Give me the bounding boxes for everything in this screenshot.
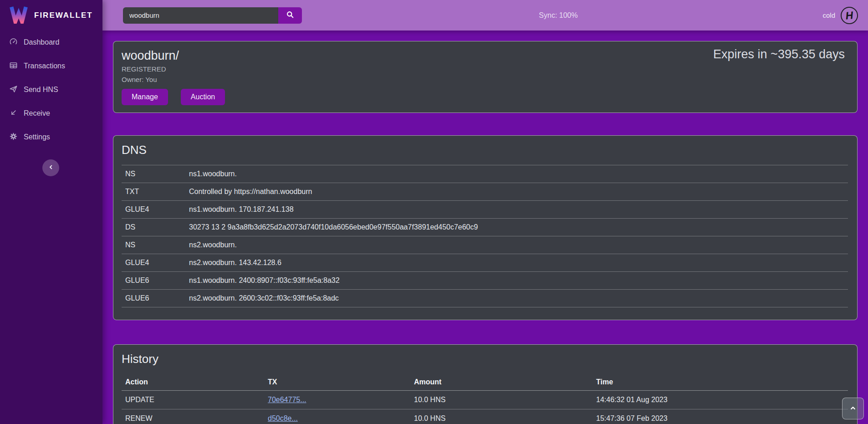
- dns-record-row: NS ns2.woodburn.: [122, 236, 848, 254]
- app-window: FIREWALLET Dashboard: [0, 0, 868, 424]
- history-time: 15:47:36 07 Feb 2023: [592, 409, 848, 424]
- history-amount: 10.0 HNS: [410, 409, 592, 424]
- tx-link[interactable]: 70e64775...: [268, 396, 306, 404]
- sidebar: FIREWALLET Dashboard: [0, 0, 102, 424]
- history-action: UPDATE: [122, 391, 264, 409]
- domain-expiry: Expires in ~395.35 days: [713, 47, 845, 61]
- history-header-amount: Amount: [410, 374, 592, 391]
- handshake-logo-icon: H: [840, 6, 859, 25]
- dns-record-row: GLUE6 ns2.woodburn. 2600:3c02::f03c:93ff…: [122, 290, 848, 307]
- dns-record-value: ns2.woodburn. 143.42.128.6: [185, 254, 848, 272]
- domain-status: REGISTERED: [122, 64, 845, 74]
- history-table: Action TX Amount Time UPDATE 70e64775...…: [122, 374, 848, 424]
- transactions-table-icon: [9, 61, 18, 72]
- chevron-up-icon: [849, 404, 857, 414]
- send-plane-icon: [9, 85, 18, 95]
- sidebar-item-send-hns[interactable]: Send HNS: [0, 84, 102, 95]
- dns-record-row: GLUE4 ns2.woodburn. 143.42.128.6: [122, 254, 848, 272]
- search-button[interactable]: [278, 7, 302, 24]
- dns-record-value: ns1.woodburn. 2400:8907::f03c:93ff:fe5a:…: [185, 272, 848, 290]
- search-input[interactable]: [123, 7, 278, 24]
- sync-status: Sync: 100%: [539, 11, 577, 20]
- domain-owner: Owner: You: [122, 74, 845, 85]
- dns-record-type: NS: [122, 236, 185, 254]
- sidebar-item-settings[interactable]: Settings: [0, 132, 102, 143]
- firewallet-logo-icon: [9, 5, 28, 26]
- dns-record-row: NS ns1.woodburn.: [122, 165, 848, 183]
- dns-record-row: TXT Controlled by https://nathan.woodbur…: [122, 183, 848, 201]
- history-header-time: Time: [592, 374, 848, 391]
- dns-record-value: ns2.woodburn.: [185, 236, 848, 254]
- history-card: History Action TX Amount Time UPDATE: [113, 344, 858, 424]
- main-content: woodburn/ REGISTERED Owner: You Manage A…: [102, 31, 868, 424]
- sidebar-item-receive[interactable]: Receive: [0, 108, 102, 119]
- dns-card: DNS NS ns1.woodburn. TXT Controlled by h…: [113, 135, 858, 320]
- search-group: [123, 7, 302, 24]
- scroll-to-top-button[interactable]: [842, 398, 864, 419]
- sidebar-item-label: Dashboard: [24, 38, 59, 46]
- history-time: 14:46:32 01 Aug 2023: [592, 391, 848, 409]
- sidebar-item-transactions[interactable]: Transactions: [0, 61, 102, 72]
- history-card-title: History: [122, 352, 848, 366]
- sidebar-item-label: Send HNS: [24, 86, 58, 94]
- settings-gear-icon: [9, 132, 18, 143]
- dns-record-value: Controlled by https://nathan.woodburn: [185, 183, 848, 201]
- dns-record-type: GLUE4: [122, 201, 185, 219]
- history-header-tx: TX: [264, 374, 410, 391]
- brand: FIREWALLET: [0, 0, 102, 31]
- sidebar-item-label: Transactions: [24, 62, 65, 70]
- dns-records-table: NS ns1.woodburn. TXT Controlled by https…: [122, 165, 848, 307]
- sidebar-nav: Dashboard Transactions S: [0, 31, 102, 143]
- dns-record-row: GLUE6 ns1.woodburn. 2400:8907::f03c:93ff…: [122, 272, 848, 290]
- sidebar-item-label: Receive: [24, 109, 50, 117]
- sidebar-item-dashboard[interactable]: Dashboard: [0, 37, 102, 48]
- manage-button[interactable]: Manage: [122, 89, 168, 105]
- dns-record-type: GLUE6: [122, 272, 185, 290]
- history-row: UPDATE 70e64775... 10.0 HNS 14:46:32 01 …: [122, 391, 848, 409]
- topbar: Sync: 100% cold H: [102, 0, 868, 31]
- search-icon: [286, 10, 295, 20]
- dns-card-title: DNS: [122, 143, 848, 157]
- brand-name: FIREWALLET: [34, 11, 93, 20]
- history-header-row: Action TX Amount Time: [122, 374, 848, 391]
- domain-actions: Manage Auction: [122, 89, 845, 105]
- auction-button[interactable]: Auction: [181, 89, 225, 105]
- dns-record-value: ns2.woodburn. 2600:3c02::f03c:93ff:fe5a:…: [185, 290, 848, 307]
- tx-link[interactable]: d50c8e...: [268, 414, 298, 422]
- dashboard-gauge-icon: [9, 37, 18, 48]
- dns-record-value: 30273 13 2 9a3a8fb3d625d2a2073d740f10da6…: [185, 219, 848, 236]
- dns-record-type: TXT: [122, 183, 185, 201]
- dns-record-value: ns1.woodburn.: [185, 165, 848, 183]
- content-column: Sync: 100% cold H woodburn/ REGISTERED O…: [102, 0, 868, 424]
- history-action: RENEW: [122, 409, 264, 424]
- dns-record-value: ns1.woodburn. 170.187.241.138: [185, 201, 848, 219]
- dns-record-type: GLUE4: [122, 254, 185, 272]
- topbar-right: cold H: [822, 7, 858, 24]
- history-amount: 10.0 HNS: [410, 391, 592, 409]
- dns-record-row: GLUE4 ns1.woodburn. 170.187.241.138: [122, 201, 848, 219]
- history-header-action: Action: [122, 374, 264, 391]
- sidebar-collapse-button[interactable]: [42, 159, 59, 176]
- chevron-left-icon: [47, 163, 55, 172]
- dns-record-type: GLUE6: [122, 290, 185, 307]
- sidebar-item-label: Settings: [24, 133, 50, 141]
- dns-record-type: DS: [122, 219, 185, 236]
- receive-arrow-icon: [9, 108, 18, 119]
- dns-record-row: DS 30273 13 2 9a3a8fb3d625d2a2073d740f10…: [122, 219, 848, 236]
- dns-record-type: NS: [122, 165, 185, 183]
- wallet-name: cold: [822, 11, 835, 19]
- dns-card-padding: [122, 307, 848, 320]
- domain-card: woodburn/ REGISTERED Owner: You Manage A…: [113, 41, 858, 113]
- history-row: RENEW d50c8e... 10.0 HNS 15:47:36 07 Feb…: [122, 409, 848, 424]
